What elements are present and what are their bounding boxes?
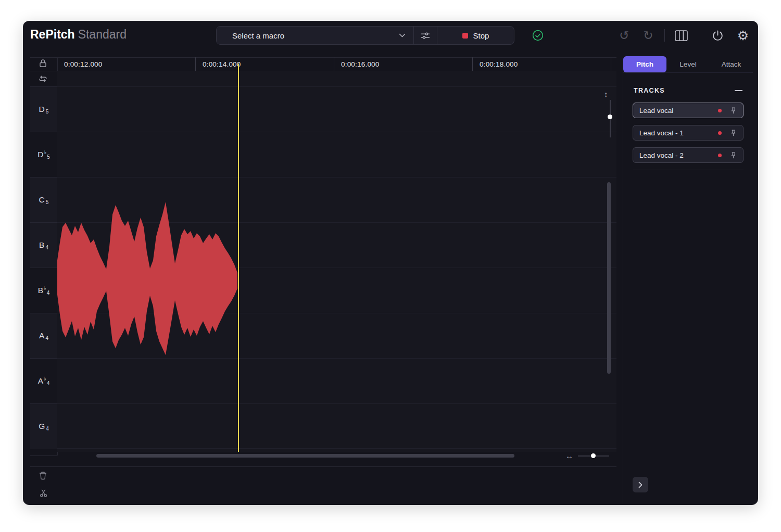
track-row[interactable]: Lead vocal bbox=[633, 103, 744, 118]
horizontal-zoom-button[interactable]: ↔ bbox=[565, 451, 573, 460]
track-row[interactable]: Lead vocal - 1 bbox=[633, 125, 744, 141]
note-letter: B bbox=[38, 286, 43, 295]
power-button[interactable] bbox=[711, 30, 724, 42]
vertical-scrollbar[interactable] bbox=[607, 182, 611, 374]
macro-select[interactable]: Select a macro bbox=[217, 27, 413, 44]
time-label: 0:00:18.000 bbox=[473, 60, 518, 68]
forward-button[interactable] bbox=[633, 477, 648, 492]
note-letter: A bbox=[39, 331, 44, 340]
note-row: G4 bbox=[30, 403, 57, 449]
waveform[interactable] bbox=[57, 71, 616, 452]
tracks-header: TRACKS bbox=[623, 86, 753, 94]
note-octave: 5 bbox=[46, 199, 49, 205]
time-label: 0:00:16.000 bbox=[334, 60, 380, 68]
delete-button[interactable] bbox=[39, 471, 47, 480]
settings-button[interactable]: ⚙ bbox=[736, 29, 750, 42]
vertical-zoom-icon: ↕ bbox=[604, 90, 608, 98]
record-dot[interactable] bbox=[718, 109, 722, 112]
note-labels: D5 D♭5 C5 B4 B♭4 A4 A♭4 G4 bbox=[30, 71, 57, 452]
chevron-right-icon bbox=[638, 482, 643, 488]
ruler-segment[interactable]: 0:00:12.000 bbox=[57, 57, 196, 71]
ruler-segment[interactable]: 0:00:18.000 bbox=[473, 57, 611, 71]
note-accidental: ♭ bbox=[44, 285, 46, 291]
app-logo: RePitchStandard bbox=[30, 28, 127, 42]
stop-icon bbox=[462, 33, 468, 39]
panel-tabs: PitchLevelAttack bbox=[623, 56, 753, 73]
note-letter: D bbox=[37, 150, 43, 159]
track-row[interactable]: Lead vocal - 2 bbox=[633, 147, 744, 163]
app-name: RePitch bbox=[30, 28, 75, 41]
pin-icon bbox=[730, 107, 737, 114]
vertical-zoom-handle[interactable] bbox=[608, 115, 612, 119]
note-octave: 4 bbox=[47, 381, 50, 386]
panel-tab[interactable]: Attack bbox=[710, 56, 753, 72]
horizontal-scrollbar[interactable] bbox=[96, 454, 514, 458]
note-row: A4 bbox=[30, 313, 57, 358]
track-list: Lead vocal Lead vocal - 1 Lead vocal - 2 bbox=[633, 103, 744, 163]
panel-tab-label: Attack bbox=[722, 60, 741, 68]
time-ruler: 0:00:12.000 0:00:14.000 0:00:16.000 0:00… bbox=[57, 57, 616, 71]
lock-icon bbox=[39, 59, 47, 68]
note-row: A♭4 bbox=[30, 358, 57, 403]
macro-select-label: Select a macro bbox=[232, 31, 284, 40]
record-dot[interactable] bbox=[718, 131, 722, 135]
chevron-down-icon bbox=[399, 33, 406, 37]
pin-icon bbox=[730, 152, 737, 159]
pitch-editor: 0:00:12.000 0:00:14.000 0:00:16.000 0:00… bbox=[30, 57, 616, 504]
horizontal-zoom-icon: ↔ bbox=[565, 451, 573, 460]
panel-tab-label: Level bbox=[679, 60, 696, 68]
vertical-zoom-button[interactable]: ↕ bbox=[604, 90, 608, 98]
redo-icon: ↻ bbox=[643, 30, 653, 42]
macro-settings-button[interactable] bbox=[414, 27, 437, 44]
redo-button[interactable]: ↻ bbox=[641, 30, 655, 42]
layout-columns-button[interactable] bbox=[674, 30, 688, 41]
note-accidental: ♭ bbox=[44, 149, 46, 155]
pin-button[interactable] bbox=[730, 107, 737, 114]
panel-tab-label: Pitch bbox=[636, 60, 653, 68]
labels-bottom-line bbox=[30, 455, 57, 456]
ruler-segment[interactable]: 0:00:14.000 bbox=[196, 57, 334, 71]
pin-button[interactable] bbox=[730, 130, 737, 136]
app-edition: Standard bbox=[78, 28, 127, 41]
note-accidental: ♭ bbox=[44, 376, 46, 382]
time-label: 0:00:12.000 bbox=[57, 60, 103, 68]
note-octave: 4 bbox=[45, 245, 48, 250]
side-panel: PitchLevelAttack TRACKS Lead vocal Lead … bbox=[623, 56, 753, 504]
pin-icon bbox=[730, 130, 737, 136]
columns-icon bbox=[675, 30, 688, 41]
record-dot[interactable] bbox=[718, 154, 722, 157]
note-octave: 4 bbox=[46, 426, 49, 432]
stop-button[interactable]: Stop bbox=[437, 27, 514, 44]
note-letter: B bbox=[39, 240, 44, 250]
topbar-separator bbox=[664, 29, 665, 42]
note-row: B4 bbox=[30, 222, 57, 268]
power-icon bbox=[712, 30, 724, 42]
collapse-tracks-button[interactable] bbox=[735, 86, 742, 94]
horizontal-zoom-handle[interactable] bbox=[591, 453, 596, 458]
topbar: RePitchStandard Select a macro Stop ↺ ↻ bbox=[23, 21, 758, 50]
undo-button[interactable]: ↺ bbox=[618, 30, 631, 42]
track-name: Lead vocal - 2 bbox=[639, 151, 718, 159]
lock-button[interactable] bbox=[39, 59, 47, 68]
note-letter: G bbox=[39, 422, 45, 431]
ruler-segment[interactable]: 0:00:16.000 bbox=[334, 57, 473, 71]
toolstrip-divider bbox=[30, 466, 616, 467]
pin-button[interactable] bbox=[730, 152, 737, 159]
trash-icon bbox=[39, 471, 47, 480]
note-letter: D bbox=[39, 105, 45, 114]
panel-tab[interactable]: Level bbox=[666, 56, 710, 72]
panel-tab[interactable]: Pitch bbox=[623, 56, 666, 72]
note-letter: A bbox=[38, 376, 43, 386]
note-octave: 5 bbox=[46, 109, 49, 115]
tracks-divider bbox=[633, 170, 744, 170]
app-window: RePitchStandard Select a macro Stop ↺ ↻ bbox=[23, 21, 758, 505]
scissors-icon bbox=[40, 489, 47, 497]
note-row: B♭4 bbox=[30, 268, 57, 313]
playhead[interactable] bbox=[238, 64, 239, 452]
track-name: Lead vocal bbox=[639, 107, 718, 115]
time-label: 0:00:14.000 bbox=[196, 60, 241, 68]
cut-button[interactable] bbox=[40, 489, 47, 497]
editing-canvas[interactable]: ↕ bbox=[57, 71, 616, 452]
stop-label: Stop bbox=[473, 31, 489, 40]
macro-toolbar: Select a macro Stop bbox=[216, 26, 514, 45]
